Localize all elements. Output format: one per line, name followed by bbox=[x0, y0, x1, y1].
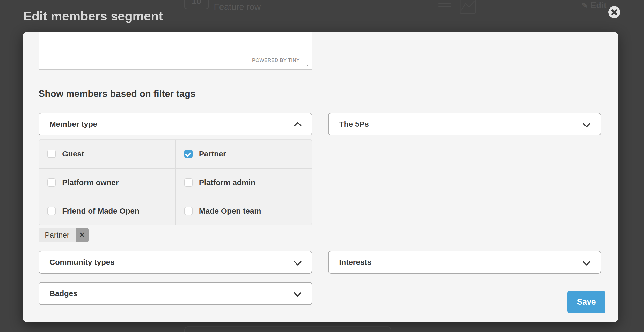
option-platform-owner-label: Platform owner bbox=[62, 178, 119, 187]
save-button[interactable]: Save bbox=[567, 291, 605, 313]
option-friend-of-made-open[interactable]: Friend of Made Open bbox=[39, 197, 175, 225]
background-panel-outline bbox=[184, 326, 391, 332]
dropdown-community-types-label: Community types bbox=[49, 258, 115, 267]
modal-title: Edit members segment bbox=[23, 9, 163, 23]
option-made-open-team[interactable]: Made Open team bbox=[175, 197, 312, 225]
checkbox-platform-owner[interactable] bbox=[47, 178, 56, 187]
feature-count-box: 10 bbox=[184, 0, 209, 9]
dropdown-member-type[interactable]: Member type bbox=[39, 113, 312, 135]
chevron-down-icon bbox=[294, 290, 301, 297]
option-partner-label: Partner bbox=[199, 149, 226, 158]
option-partner[interactable]: Partner bbox=[175, 140, 312, 168]
background-edit-label: Edit bbox=[590, 1, 606, 10]
editor-statusbar: POWERED BY TINY bbox=[39, 52, 312, 68]
option-platform-owner[interactable]: Platform owner bbox=[39, 168, 175, 197]
checkbox-platform-admin[interactable] bbox=[184, 178, 193, 187]
dropdown-badges[interactable]: Badges bbox=[39, 282, 312, 305]
overlay-backdrop: 10 Feature row ✎ Edit Edit members segme… bbox=[0, 0, 644, 332]
dropdown-the-5ps-label: The 5Ps bbox=[339, 120, 369, 129]
member-type-options-grid: Guest Partner Platform owner Platform ad… bbox=[39, 139, 312, 225]
chevron-up-icon bbox=[294, 120, 301, 127]
background-edit-button: ✎ Edit bbox=[581, 1, 606, 10]
hamburger-menu-icon bbox=[438, 3, 451, 10]
x-icon: ✕ bbox=[79, 231, 85, 239]
selected-tag-label: Partner bbox=[39, 228, 76, 242]
chevron-down-icon bbox=[294, 259, 301, 266]
checkbox-guest[interactable] bbox=[47, 150, 56, 158]
chevron-down-icon bbox=[583, 259, 590, 266]
checkbox-friend-of-made-open[interactable] bbox=[47, 207, 56, 215]
checkbox-partner[interactable] bbox=[184, 150, 193, 158]
option-guest-label: Guest bbox=[62, 149, 84, 158]
remove-tag-button[interactable]: ✕ bbox=[76, 228, 89, 242]
edit-members-segment-dialog: POWERED BY TINY Show members based on fi… bbox=[23, 32, 618, 322]
filters-heading: Show members based on filter tags bbox=[39, 88, 195, 99]
dropdown-badges-label: Badges bbox=[49, 289, 77, 298]
option-platform-admin-label: Platform admin bbox=[199, 178, 255, 187]
pencil-icon: ✎ bbox=[581, 1, 588, 10]
editor-content-area[interactable] bbox=[39, 32, 312, 52]
option-friend-of-made-open-label: Friend of Made Open bbox=[62, 207, 139, 215]
dropdown-interests-label: Interests bbox=[339, 258, 371, 267]
dropdown-community-types[interactable]: Community types bbox=[39, 251, 312, 274]
feature-row-label: Feature row bbox=[214, 2, 261, 12]
feature-count: 10 bbox=[192, 0, 201, 6]
option-platform-admin[interactable]: Platform admin bbox=[175, 168, 312, 197]
dropdown-interests[interactable]: Interests bbox=[328, 251, 601, 274]
rich-text-editor: POWERED BY TINY bbox=[39, 32, 312, 70]
option-guest[interactable]: Guest bbox=[39, 140, 175, 168]
powered-by-tiny-link[interactable]: POWERED BY TINY bbox=[252, 57, 300, 63]
close-button[interactable] bbox=[608, 6, 620, 18]
checkbox-made-open-team[interactable] bbox=[184, 207, 193, 215]
option-made-open-team-label: Made Open team bbox=[199, 207, 261, 215]
chevron-down-icon bbox=[583, 120, 590, 127]
chart-icon bbox=[460, 0, 476, 15]
dropdown-member-type-label: Member type bbox=[49, 120, 97, 129]
dropdown-the-5ps[interactable]: The 5Ps bbox=[328, 113, 601, 135]
selected-tag-partner: Partner ✕ bbox=[39, 228, 89, 242]
editor-resize-grip-icon[interactable] bbox=[306, 63, 306, 63]
